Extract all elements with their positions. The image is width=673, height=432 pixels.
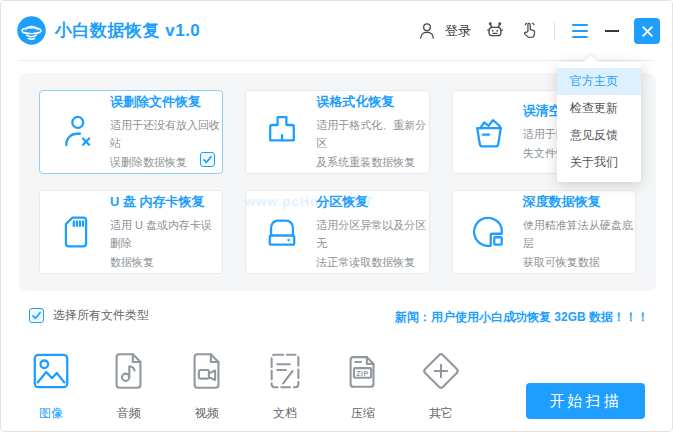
- card-title: 误格式化恢复: [316, 93, 428, 111]
- user-delete-icon: [55, 111, 97, 153]
- image-icon: [30, 350, 72, 392]
- card-format-recovery[interactable]: 误格式化恢复 适用于格式化、重新分区及系统重装数据恢复: [245, 90, 429, 174]
- filetype-label: 视频: [195, 405, 219, 422]
- sd-card-icon: [55, 211, 97, 253]
- filetype-video[interactable]: 视频: [183, 350, 231, 422]
- news-ticker[interactable]: 新闻：用户使用小白成功恢复 32GB 数据！！！: [395, 309, 649, 326]
- app-logo-icon: [15, 14, 48, 47]
- hand-click-icon[interactable]: [519, 21, 539, 41]
- filetype-image[interactable]: 图像: [27, 350, 75, 422]
- select-all-label: 选择所有文件类型: [53, 307, 149, 324]
- card-usb-sdcard-recovery[interactable]: U 盘 内存卡恢复 适用 U 盘或内存卡误删除数据恢复: [39, 190, 223, 274]
- card-title: 分区恢复: [316, 193, 428, 211]
- card-title: 误删除文件恢复: [110, 93, 222, 111]
- filetype-archive[interactable]: ZIP 压缩: [339, 350, 387, 422]
- filetype-row: 图像 音频 视频: [27, 350, 465, 422]
- filetype-document[interactable]: 文档: [261, 350, 309, 422]
- select-all-row: 选择所有文件类型: [29, 307, 149, 324]
- start-scan-button[interactable]: 开始扫描: [526, 383, 645, 419]
- close-icon: [641, 25, 654, 38]
- app-window: 小白数据恢复 v1.0 登录: [0, 0, 673, 432]
- main-menu-button[interactable]: [570, 20, 590, 42]
- minimize-button[interactable]: [603, 22, 621, 40]
- menu-item-feedback[interactable]: 意见反馈: [557, 122, 641, 149]
- card-description: 适用 U 盘或内存卡误删除数据恢复: [110, 216, 222, 270]
- card-description: 使用精准算法从硬盘底层获取可恢复数据: [523, 216, 635, 270]
- check-icon: [31, 310, 42, 321]
- document-file-icon: [264, 350, 306, 392]
- zip-file-icon: ZIP: [342, 350, 384, 392]
- card-title: 深度数据恢复: [523, 193, 635, 211]
- robot-service-icon[interactable]: [484, 20, 506, 42]
- card-partition-recovery[interactable]: 分区恢复 适用分区异常以及分区无法正常读取数据恢复: [245, 190, 429, 274]
- hard-drive-icon: [261, 211, 303, 253]
- deep-scan-icon: [468, 211, 510, 253]
- titlebar: 小白数据恢复 v1.0 登录: [1, 1, 672, 61]
- other-plus-icon: [420, 350, 462, 392]
- menu-item-official-homepage[interactable]: 官方主页: [557, 68, 641, 95]
- card-deep-scan-recovery[interactable]: 深度数据恢复 使用精准算法从硬盘底层获取可恢复数据: [452, 190, 636, 274]
- card-deleted-file-recovery[interactable]: 误删除文件恢复 适用于还没有放入回收站误删除数据恢复: [39, 90, 223, 174]
- zip-badge: ZIP: [356, 370, 369, 378]
- titlebar-controls: 登录: [417, 1, 660, 61]
- menu-item-check-update[interactable]: 检查更新: [557, 95, 641, 122]
- select-all-checkbox[interactable]: [29, 308, 44, 323]
- check-icon: [202, 154, 213, 165]
- format-icon: [261, 111, 303, 153]
- filetype-other[interactable]: 其它: [417, 350, 465, 422]
- app-title: 小白数据恢复 v1.0: [55, 1, 200, 61]
- menu-item-about-us[interactable]: 关于我们: [557, 149, 641, 176]
- filetype-audio[interactable]: 音频: [105, 350, 153, 422]
- filetype-label: 音频: [117, 405, 141, 422]
- audio-file-icon: [108, 350, 150, 392]
- card-description: 适用分区异常以及分区无法正常读取数据恢复: [316, 216, 428, 270]
- video-file-icon: [186, 350, 228, 392]
- main-menu-dropdown: 官方主页 检查更新 意见反馈 关于我们: [557, 62, 641, 182]
- recovery-cards-grid: 误删除文件恢复 适用于还没有放入回收站误删除数据恢复: [39, 90, 636, 274]
- recycle-bin-icon: [468, 111, 510, 153]
- filetype-label: 压缩: [351, 405, 375, 422]
- login-button[interactable]: 登录: [445, 22, 471, 40]
- card-checkbox-checked[interactable]: [200, 152, 215, 167]
- user-icon[interactable]: [417, 21, 437, 41]
- card-title: U 盘 内存卡恢复: [110, 193, 222, 211]
- filetype-label: 文档: [273, 405, 297, 422]
- filetype-label: 图像: [39, 405, 63, 422]
- close-button[interactable]: [634, 18, 660, 44]
- card-description: 适用于格式化、重新分区及系统重装数据恢复: [316, 116, 428, 170]
- titlebar-divider: [554, 22, 555, 40]
- filetype-label: 其它: [429, 405, 453, 422]
